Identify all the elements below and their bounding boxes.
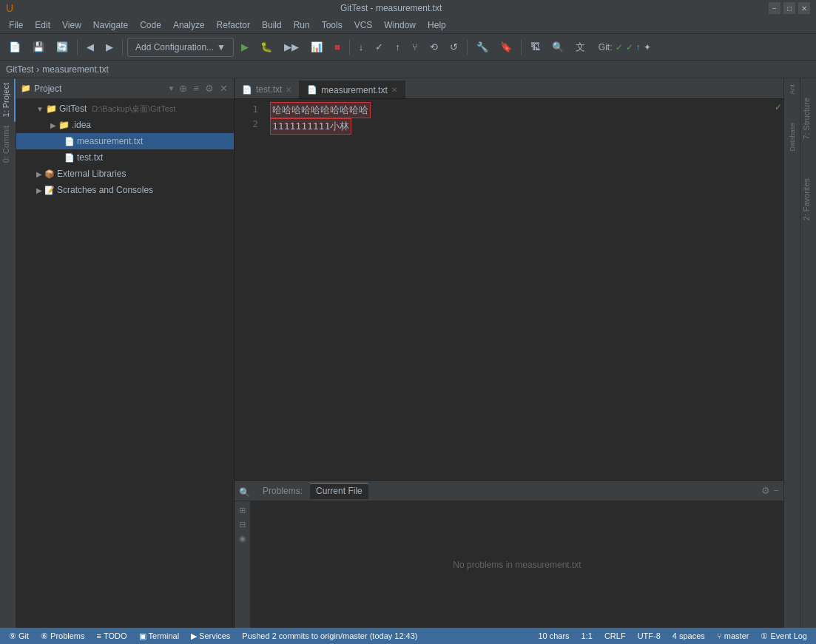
menu-analyze[interactable]: Analyze — [167, 18, 211, 32]
tab-test[interactable]: 📄 test.txt ✕ — [235, 81, 300, 98]
sidebar-tab-project[interactable]: 1: Project — [0, 78, 16, 121]
status-problems[interactable]: ⑥ Problems — [38, 631, 87, 641]
chars-text: 10 chars — [538, 631, 569, 640]
bottom-minimize-button[interactable]: − — [773, 485, 779, 496]
back-button[interactable]: ◀ — [82, 38, 98, 57]
tab-test-icon: 📄 — [242, 85, 252, 95]
find-icon[interactable]: 🔍 — [239, 487, 250, 498]
status-encoding[interactable]: UTF-8 — [635, 631, 664, 640]
sidebar-tab-structure[interactable]: 7: Structure — [800, 93, 816, 144]
right-tab-database[interactable]: Database — [787, 120, 798, 155]
menu-window[interactable]: Window — [378, 18, 422, 32]
panel-collapse-button[interactable]: ≡ — [192, 81, 200, 95]
bottom-collapse-icon[interactable]: ⊟ — [239, 520, 246, 529]
status-branch[interactable]: ⑂ master — [714, 631, 752, 640]
vcs-update-button[interactable]: ↓ — [354, 38, 368, 57]
menu-navigate[interactable]: Navigate — [87, 18, 134, 32]
status-position[interactable]: 1:1 — [579, 631, 596, 640]
panel-settings-button[interactable]: ⚙ — [203, 81, 215, 95]
status-services[interactable]: ▶ Services — [188, 631, 233, 641]
vcs-branch-button[interactable]: ⑂ — [408, 38, 422, 57]
menu-refactor[interactable]: Refactor — [211, 18, 256, 32]
code-editor[interactable]: 哈哈哈哈哈哈哈哈哈哈 1111111111小林 — [264, 99, 773, 480]
breadcrumb-file[interactable]: measurement.txt — [42, 64, 108, 75]
tab-measurement[interactable]: 📄 measurement.txt ✕ — [300, 81, 405, 98]
bottom-filter-icon[interactable]: ◉ — [239, 534, 246, 543]
right-tab-ant[interactable]: Ant — [787, 81, 798, 98]
tree-item-ext-libraries[interactable]: ▶ 📦 External Libraries — [16, 166, 234, 182]
menu-build[interactable]: Build — [256, 18, 288, 32]
build-button[interactable]: 🏗 — [526, 38, 544, 57]
tree-label-idea: .idea — [72, 120, 91, 130]
add-configuration-button[interactable]: Add Configuration... ▼ — [127, 38, 234, 57]
bottom-tab-current-file[interactable]: Current File — [310, 483, 368, 499]
close-button[interactable]: ✕ — [798, 2, 810, 14]
expand-icon-ext: ▶ — [36, 170, 42, 178]
panel-close-button[interactable]: ✕ — [218, 81, 229, 95]
bottom-expand-icon[interactable]: ⊞ — [239, 506, 246, 515]
forward-button[interactable]: ▶ — [101, 38, 118, 57]
vcs-rollback-button[interactable]: ↺ — [445, 38, 462, 57]
minimize-button[interactable]: − — [769, 2, 780, 14]
git-star-icon: ✦ — [644, 42, 651, 52]
status-event-log[interactable]: ① Event Log — [758, 631, 810, 641]
sync-button[interactable]: 🔄 — [52, 38, 73, 57]
bookmarks-button[interactable]: 🔖 — [496, 38, 516, 57]
tree-item-test[interactable]: 📄 test.txt — [16, 149, 234, 166]
bottom-tab-problems[interactable]: Problems: — [257, 483, 308, 499]
status-terminal[interactable]: ▣ Terminal — [136, 631, 183, 641]
run-button[interactable]: ▶ — [237, 38, 253, 57]
git-check-icon: ✓ — [616, 42, 623, 52]
status-todo[interactable]: ≡ TODO — [94, 631, 130, 640]
menu-view[interactable]: View — [56, 18, 87, 32]
menu-code[interactable]: Code — [134, 18, 167, 32]
position-text: 1:1 — [581, 631, 593, 640]
menu-edit[interactable]: Edit — [29, 18, 56, 32]
menu-run[interactable]: Run — [288, 18, 316, 32]
search-everywhere-button[interactable]: 🔍 — [547, 38, 568, 57]
code-content-2: 1111111111小林 — [270, 118, 351, 135]
menu-vcs[interactable]: VCS — [348, 18, 379, 32]
profile-button[interactable]: 📊 — [306, 38, 327, 57]
panel-header: 📁 Project ▼ ⊕ ≡ ⚙ ✕ — [16, 78, 234, 99]
tab-test-close[interactable]: ✕ — [286, 86, 291, 94]
new-file-button[interactable]: 📄 — [4, 38, 25, 57]
tree-item-scratches[interactable]: ▶ 📝 Scratches and Consoles — [16, 182, 234, 198]
code-content-1: 哈哈哈哈哈哈哈哈哈哈 — [270, 102, 371, 118]
panel-locate-button[interactable]: ⊕ — [178, 81, 189, 95]
settings-button[interactable]: 🔧 — [472, 38, 493, 57]
vcs-history-button[interactable]: ⟲ — [425, 38, 442, 57]
menu-help[interactable]: Help — [422, 18, 452, 32]
breadcrumb-project[interactable]: GitTest — [6, 64, 33, 75]
status-todo-icon: ≡ — [97, 631, 101, 640]
line-sep-text: CRLF — [604, 631, 626, 640]
bottom-settings-button[interactable]: ⚙ — [761, 485, 770, 496]
status-indent[interactable]: 4 spaces — [670, 631, 708, 640]
run-with-coverage-button[interactable]: ▶▶ — [280, 38, 303, 57]
sidebar-tab-commit[interactable]: 0: Commit — [0, 121, 16, 167]
file-icon-measurement: 📄 — [64, 137, 75, 146]
bottom-tab-problems-label: Problems: — [263, 486, 303, 496]
maximize-button[interactable]: □ — [783, 2, 795, 14]
main-area: 1: Project 0: Commit 📁 Project ▼ ⊕ ≡ ⚙ ✕… — [0, 78, 816, 628]
tree-item-gittest[interactable]: ▼ 📁 GitTest D:\Backup\桌面\GitTest — [16, 101, 234, 117]
vcs-push-button[interactable]: ↑ — [391, 38, 405, 57]
tree-item-measurement[interactable]: 📄 measurement.txt — [16, 133, 234, 149]
tree-label-measurement: measurement.txt — [77, 136, 143, 146]
left-sidebar-tabs: 1: Project 0: Commit — [0, 78, 16, 628]
tree-path-gittest: D:\Backup\桌面\GitTest — [92, 104, 175, 115]
tab-measurement-close[interactable]: ✕ — [391, 86, 397, 94]
vcs-commit-button[interactable]: ✓ — [371, 38, 388, 57]
debug-button[interactable]: 🐛 — [256, 38, 277, 57]
tree-item-idea[interactable]: ▶ 📁 .idea — [16, 117, 234, 133]
status-line-sep[interactable]: CRLF — [601, 631, 629, 640]
save-button[interactable]: 💾 — [28, 38, 49, 57]
translate-button[interactable]: 文 — [571, 38, 590, 57]
menu-file[interactable]: File — [3, 18, 29, 32]
separator-3 — [349, 40, 350, 55]
sidebar-tab-favorites[interactable]: 2: Favorites — [800, 174, 816, 225]
status-git[interactable]: ⑨ Git — [6, 631, 32, 641]
menu-tools[interactable]: Tools — [316, 18, 348, 32]
tab-measurement-label: measurement.txt — [321, 85, 387, 95]
stop-button[interactable]: ■ — [330, 38, 345, 57]
